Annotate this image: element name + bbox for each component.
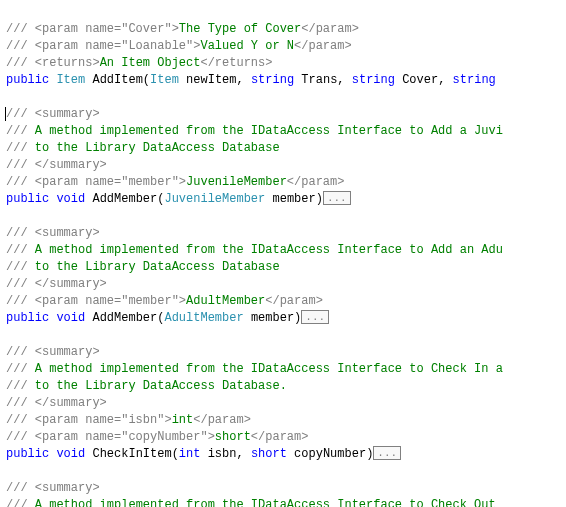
xml-doc-tag: /// <param name="member"> [6,175,186,189]
code-block-addmember-juvenile: /// <summary> /// A method implemented f… [6,106,560,208]
xml-doc-text: JuvenileMember [186,175,287,189]
xml-doc-tag: /// </summary> [6,396,107,410]
xml-doc-tag: /// <summary> [6,345,100,359]
type: AdultMember [164,311,243,325]
xml-doc-tag: /// [6,124,35,138]
xml-doc-tag: </param> [265,294,323,308]
xml-doc-text: Valued Y or N [200,39,294,53]
xml-doc-text: A method implemented from the IDataAcces… [35,362,503,376]
collapse-toggle[interactable]: ... [323,191,351,205]
xml-doc-tag: /// <param name="Loanable"> [6,39,200,53]
code-line: /// </summary> [6,276,560,293]
xml-doc-tag: /// <param name="Cover"> [6,22,179,36]
code-line: /// <returns>An Item Object</returns> [6,55,560,72]
code-line: /// </summary> [6,395,560,412]
keyword: public [6,73,49,87]
code-line: /// <param name="member">AdultMember</pa… [6,293,560,310]
keyword: public [6,192,49,206]
keyword: public [6,311,49,325]
method-name: CheckInItem [92,447,171,461]
code-line: /// A method implemented from the IDataA… [6,497,560,507]
code-line: public void AddMember(JuvenileMember mem… [6,191,560,208]
code-line: /// to the Library DataAccess Database. [6,378,560,395]
code-line: /// to the Library DataAccess Database [6,259,560,276]
code-line: /// A method implemented from the IDataA… [6,242,560,259]
code-line: /// <summary> [6,344,560,361]
xml-doc-tag: /// [6,141,35,155]
keyword: public [6,447,49,461]
xml-doc-tag: /// </summary> [6,277,107,291]
code-line: /// <summary> [6,225,560,242]
xml-doc-tag: /// <param name="copyNumber"> [6,430,215,444]
code-line: /// <param name="Loanable">Valued Y or N… [6,38,560,55]
param: newItem [186,73,236,87]
param: copyNumber [294,447,366,461]
code-line: /// to the Library DataAccess Database [6,140,560,157]
code-line: /// <summary> [6,480,560,497]
xml-doc-text: to the Library DataAccess Database. [35,379,287,393]
code-line: /// <param name="member">JuvenileMember<… [6,174,560,191]
xml-doc-text: int [172,413,194,427]
xml-doc-tag: /// [6,362,35,376]
xml-doc-text: to the Library DataAccess Database [35,260,280,274]
xml-doc-tag: /// [6,379,35,393]
keyword: void [56,192,85,206]
code-line: /// <param name="isbn">int</param> [6,412,560,429]
xml-doc-text: An Item Object [100,56,201,70]
keyword: void [56,311,85,325]
keyword: int [179,447,201,461]
param: Trans [301,73,337,87]
method-name: AddMember [92,311,157,325]
xml-doc-tag: </param> [294,39,352,53]
code-line: public void AddMember(AdultMember member… [6,310,560,327]
xml-doc-tag: /// [6,498,35,507]
param: member [251,311,294,325]
xml-doc-tag: </returns> [200,56,272,70]
keyword: short [251,447,287,461]
code-line: public void CheckInItem(int isbn, short … [6,446,560,463]
keyword: string [453,73,496,87]
code-line: /// <param name="Cover">The Type of Cove… [6,21,560,38]
code-block-addmember-adult: /// <summary> /// A method implemented f… [6,225,560,327]
xml-doc-text: A method implemented from the IDataAcces… [35,243,503,257]
xml-doc-text: AdultMember [186,294,265,308]
xml-doc-tag: /// <summary> [6,481,100,495]
xml-doc-tag: /// [6,243,35,257]
xml-doc-tag: </param> [251,430,309,444]
xml-doc-text: The Type of Cover [179,22,301,36]
collapse-toggle[interactable]: ... [373,446,401,460]
keyword: void [56,447,85,461]
xml-doc-text: A method implemented from the IDataAcces… [35,498,496,507]
param: member [272,192,315,206]
xml-doc-tag: /// <returns> [6,56,100,70]
xml-doc-tag: </param> [287,175,345,189]
code-line: /// A method implemented from the IDataA… [6,123,560,140]
xml-doc-tag: </param> [301,22,359,36]
xml-doc-tag: /// [6,260,35,274]
type: Item [56,73,85,87]
xml-doc-tag: /// <param name="member"> [6,294,186,308]
xml-doc-text: A method implemented from the IDataAcces… [35,124,503,138]
collapse-toggle[interactable]: ... [301,310,329,324]
xml-doc-text: short [215,430,251,444]
xml-doc-tag: /// <param name="isbn"> [6,413,172,427]
code-block-checkout: /// <summary> /// A method implemented f… [6,480,560,507]
xml-doc-tag: /// <summary> [6,107,100,121]
type: Item [150,73,179,87]
xml-doc-tag: /// </summary> [6,158,107,172]
method-name: AddItem [92,73,142,87]
type: JuvenileMember [164,192,265,206]
param: isbn [208,447,237,461]
code-block-additem: /// <param name="Cover">The Type of Cove… [6,21,560,89]
keyword: string [352,73,395,87]
method-name: AddMember [92,192,157,206]
code-line: /// A method implemented from the IDataA… [6,361,560,378]
code-line: /// <param name="copyNumber">short</para… [6,429,560,446]
xml-doc-tag: </param> [193,413,251,427]
code-line: public Item AddItem(Item newItem, string… [6,72,560,89]
code-block-checkinitem: /// <summary> /// A method implemented f… [6,344,560,463]
param: Cover [402,73,438,87]
xml-doc-text: to the Library DataAccess Database [35,141,280,155]
code-line: /// <summary> [6,106,560,123]
keyword: string [251,73,294,87]
